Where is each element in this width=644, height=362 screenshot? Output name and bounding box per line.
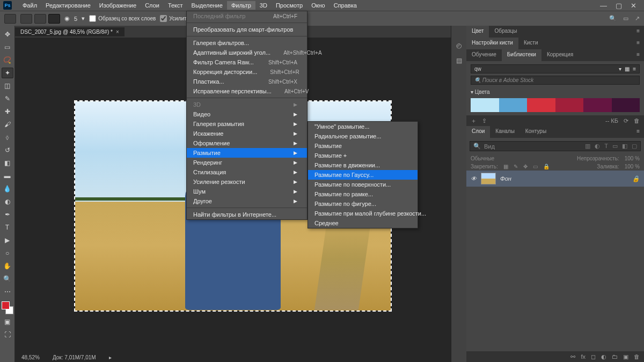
dodge-tool[interactable]: ◐ — [2, 196, 13, 207]
filter-shape-icon[interactable]: ▭ — [612, 143, 618, 150]
brush-dropdown-icon[interactable]: ▾ — [82, 15, 85, 22]
menu-item[interactable]: Размытие по рамке... — [308, 189, 418, 199]
color-swatches[interactable] — [2, 301, 13, 314]
panel-menu-icon[interactable]: ≡ — [632, 26, 644, 38]
pen-tool[interactable]: ✒ — [2, 209, 13, 220]
move-tool[interactable]: ✥ — [2, 29, 13, 40]
menu-item[interactable]: Фильтр Camera Raw...Shift+Ctrl+A — [187, 57, 307, 67]
menu-item[interactable]: Размытие — [308, 141, 418, 151]
menu-слои[interactable]: Слои — [141, 1, 164, 10]
menu-item[interactable]: Оформление▶ — [187, 138, 307, 148]
visibility-icon[interactable]: 👁 — [471, 175, 477, 182]
subtract-selection-button[interactable] — [48, 14, 60, 24]
lock-position-icon[interactable]: ✥ — [523, 164, 528, 169]
menu-item[interactable]: Усиление резкости▶ — [187, 177, 307, 187]
history-brush-tool[interactable]: ↺ — [2, 145, 13, 156]
eyedropper-tool[interactable]: ✎ — [2, 93, 13, 104]
lock-transparent-icon[interactable]: ▦ — [503, 164, 508, 169]
menu-item[interactable]: Размытие по фигуре... — [308, 199, 418, 209]
path-select-tool[interactable]: ▶ — [2, 235, 13, 246]
menu-item[interactable]: Искажение▶ — [187, 129, 307, 138]
menu-item[interactable]: Галерея размытия▶ — [187, 119, 307, 129]
layer-mask-icon[interactable]: ◻ — [591, 353, 596, 360]
layer-fx-icon[interactable]: fx — [581, 353, 586, 360]
menu-item[interactable]: Галерея фильтров... — [187, 38, 307, 48]
trash-icon[interactable]: 🗑 — [634, 117, 640, 124]
menu-item[interactable]: Рендеринг▶ — [187, 158, 307, 167]
healing-tool[interactable]: ✚ — [2, 106, 13, 117]
menu-просмотр[interactable]: Просмотр — [272, 1, 307, 10]
filter-smart-icon[interactable]: ◧ — [622, 143, 627, 150]
panel-menu-icon[interactable]: ≡ — [632, 126, 644, 138]
filter-adjust-icon[interactable]: ◐ — [595, 143, 600, 150]
tab-обучение[interactable]: Обучение — [466, 49, 502, 61]
opacity-value[interactable]: 100 % — [625, 156, 640, 161]
sync-icon[interactable]: ⟳ — [624, 117, 628, 124]
lasso-tool[interactable]: 📿 — [2, 55, 13, 65]
menu-item[interactable]: Размытие в движении... — [308, 160, 418, 170]
tab-цвет[interactable]: Цвет — [466, 26, 489, 38]
library-swatch[interactable] — [612, 98, 640, 112]
crop-tool[interactable]: ◫ — [2, 80, 13, 91]
layer-row[interactable]: 👁 Фон 🔒 — [466, 171, 644, 187]
zoom-tool[interactable]: 🔍 — [2, 274, 13, 284]
brush-tool[interactable]: 🖌 — [2, 119, 13, 130]
edit-toolbar[interactable]: ⋯ — [2, 286, 13, 297]
menu-файл[interactable]: Файл — [18, 1, 41, 10]
zoom-level[interactable]: 48,52% — [21, 354, 40, 360]
share-icon[interactable]: ↗ — [635, 15, 640, 22]
tab-образцы[interactable]: Образцы — [489, 26, 522, 38]
menu-item[interactable]: Видео▶ — [187, 109, 307, 119]
blend-mode-select[interactable]: Обычные — [471, 156, 494, 161]
menu-3d[interactable]: 3D — [255, 1, 272, 10]
panel-menu-icon[interactable]: ≡ — [632, 38, 644, 49]
filter-pixel-icon[interactable]: ▥ — [585, 143, 590, 150]
layer-filter[interactable]: 🔍 Вид ▥ ◐ T ▭ ◧ ▢ — [470, 141, 641, 151]
upload-icon[interactable]: ⇪ — [482, 117, 487, 124]
search-icon[interactable]: 🔍 — [609, 15, 617, 22]
adjustment-layer-icon[interactable]: ◐ — [601, 353, 606, 360]
menu-item[interactable]: Среднее — [308, 218, 418, 228]
lock-icon[interactable]: 🔒 — [632, 175, 640, 182]
lock-all-icon[interactable]: 🔒 — [543, 164, 550, 169]
blur-tool[interactable]: 💧 — [2, 183, 13, 194]
menu-item[interactable]: Размытие по поверхности... — [308, 180, 418, 189]
brush-size-value[interactable]: 5 — [74, 16, 77, 22]
library-swatch[interactable] — [527, 98, 555, 112]
document-tab[interactable]: DSC_2007_5.jpg @ 48,5% (RGB/8#) * × — [15, 27, 125, 36]
library-swatch[interactable] — [583, 98, 612, 112]
link-layers-icon[interactable]: ⚯ — [570, 353, 575, 360]
add-selection-button[interactable] — [34, 14, 46, 24]
gradient-tool[interactable]: ▬ — [2, 171, 13, 181]
library-search[interactable]: 🔍 Поиск в Adobe Stock — [471, 76, 640, 85]
doc-size[interactable]: Док: 7,01M/7,01M — [53, 354, 96, 360]
quick-mask-tool[interactable]: ▣ — [2, 316, 13, 327]
add-content-icon[interactable]: ＋ — [471, 117, 477, 125]
marquee-tool[interactable]: ▭ — [2, 42, 13, 53]
tab-кисти[interactable]: Кисти — [518, 38, 544, 49]
filter-toggle-icon[interactable]: ▢ — [632, 143, 637, 150]
lock-artboard-icon[interactable]: ▭ — [533, 164, 538, 169]
menu-item[interactable]: Пластика...Shift+Ctrl+X — [187, 77, 307, 86]
panel-menu-icon[interactable]: ≡ — [632, 49, 644, 61]
menu-item[interactable]: Размытие + — [308, 151, 418, 160]
screen-mode-tool[interactable]: ⛶ — [2, 329, 13, 340]
layer-thumbnail[interactable] — [481, 173, 496, 184]
list-view-icon[interactable]: ≡ — [633, 66, 636, 72]
menu-фильтр[interactable]: Фильтр — [227, 1, 255, 10]
library-select[interactable]: qw ▾ ▦ ≡ — [471, 64, 640, 73]
status-arrow-icon[interactable]: ▸ — [109, 354, 112, 360]
workspace-icon[interactable]: ▭ — [623, 15, 628, 22]
menu-окно[interactable]: Окно — [307, 1, 330, 10]
shape-tool[interactable]: ○ — [2, 248, 13, 258]
library-swatch[interactable] — [471, 98, 499, 112]
hand-tool[interactable]: ✋ — [2, 261, 13, 271]
fill-value[interactable]: 100 % — [625, 164, 640, 169]
library-swatch[interactable] — [555, 98, 584, 112]
minimize-icon[interactable]: — — [600, 2, 607, 10]
menu-item[interactable]: Адаптивный широкий угол...Alt+Shift+Ctrl… — [187, 48, 307, 57]
close-tab-icon[interactable]: × — [116, 29, 119, 35]
menu-item[interactable]: Стилизация▶ — [187, 167, 307, 177]
active-tool-indicator[interactable] — [4, 14, 16, 24]
foreground-color[interactable] — [2, 301, 10, 309]
